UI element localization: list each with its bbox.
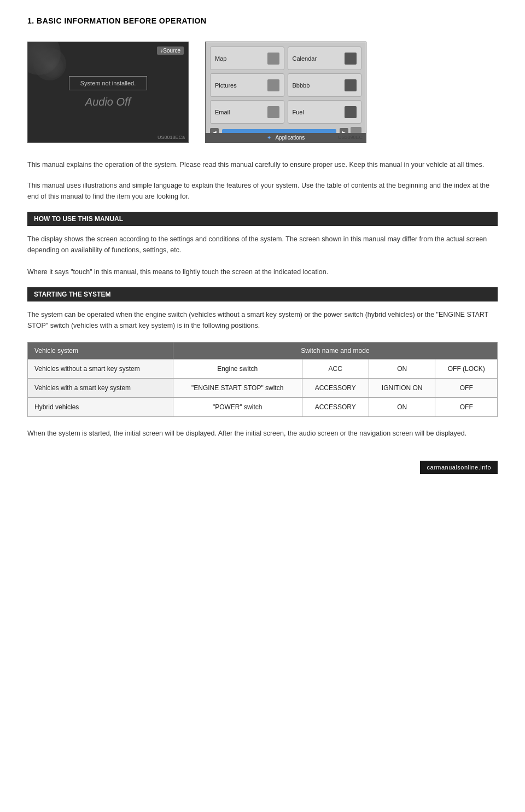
vehicle-table: Vehicle system Switch name and mode Vehi… xyxy=(27,342,498,417)
intro-text-1: This manual explains the operation of th… xyxy=(27,159,498,170)
calendar-icon xyxy=(345,53,357,65)
audio-off-label: Audio Off xyxy=(85,96,131,108)
deco-circle-3 xyxy=(42,56,63,78)
row2-mode1: ACCESSORY xyxy=(302,379,369,398)
left-screen: ♪Source System not installed. Audio Off … xyxy=(27,42,189,143)
table-header-switch: Switch name and mode xyxy=(173,343,497,359)
row3-mode1: ACCESSORY xyxy=(302,398,369,417)
images-row: ♪Source System not installed. Audio Off … xyxy=(27,42,498,143)
row2-mode3: OFF xyxy=(435,379,498,398)
right-screen-wrapper: Map Calendar Pictures Bbbbb xyxy=(205,42,366,143)
footer-site-label: carmanualsonline.info xyxy=(427,464,491,471)
table-header-vehicle: Vehicle system xyxy=(28,343,173,359)
row3-switch: "POWER" switch xyxy=(173,398,302,417)
app-pictures[interactable]: Pictures xyxy=(210,73,284,97)
app-calendar[interactable]: Calendar xyxy=(288,47,362,70)
footer: carmanualsonline.info xyxy=(27,461,498,474)
row3-vehicle: Hybrid vehicles xyxy=(28,398,173,417)
app-grid: Map Calendar Pictures Bbbbb xyxy=(210,47,361,124)
row3-mode2: ON xyxy=(369,398,435,417)
section2-text: The system can be operated when the engi… xyxy=(27,309,498,331)
row1-mode2: ON xyxy=(369,359,435,379)
app-bbbbb-label: Bbbbb xyxy=(293,82,310,89)
app-bbbbb[interactable]: Bbbbb xyxy=(288,73,362,97)
left-screen-code: US0018ECa xyxy=(158,135,185,140)
system-not-installed-label: System not installed. xyxy=(69,76,148,90)
map-icon xyxy=(267,53,279,65)
page-container: 1. BASIC INFORMATION BEFORE OPERATION ♪S… xyxy=(0,0,525,507)
bbbbb-icon xyxy=(345,79,357,91)
app-map[interactable]: Map xyxy=(210,47,284,70)
row2-switch: "ENGINE START STOP" switch xyxy=(173,379,302,398)
row2-vehicle: Vehicles with a smart key system xyxy=(28,379,173,398)
app-email[interactable]: Email xyxy=(210,100,284,124)
section1-bar: HOW TO USE THIS MANUAL xyxy=(27,212,498,226)
app-fuel[interactable]: Fuel xyxy=(288,100,362,124)
carmanuals-badge: carmanualsonline.info xyxy=(420,461,498,474)
app-email-label: Email xyxy=(215,109,230,115)
applications-label: Applications xyxy=(275,135,305,141)
after-table-text: When the system is started, the initial … xyxy=(27,428,498,439)
row1-mode1: ACC xyxy=(302,359,369,379)
right-screen: Map Calendar Pictures Bbbbb xyxy=(205,42,366,143)
source-button[interactable]: ♪Source xyxy=(157,47,184,55)
row1-switch: Engine switch xyxy=(173,359,302,379)
section2-bar: STARTING THE SYSTEM xyxy=(27,287,498,301)
intro-text-2: This manual uses illustrations and simpl… xyxy=(27,180,498,202)
row3-mode3: OFF xyxy=(435,398,498,417)
app-fuel-label: Fuel xyxy=(293,109,304,115)
section2-bar-label: STARTING THE SYSTEM xyxy=(34,291,110,298)
section1-bar-label: HOW TO USE THIS MANUAL xyxy=(34,215,123,223)
fuel-icon xyxy=(345,106,357,118)
table-row-2: Vehicles with a smart key system "ENGINE… xyxy=(28,379,498,398)
page-title: 1. BASIC INFORMATION BEFORE OPERATION xyxy=(27,16,498,25)
section1-text: The display shows the screen according t… xyxy=(27,234,498,277)
bluetooth-icon: ✦ xyxy=(267,135,271,141)
app-map-label: Map xyxy=(215,55,226,62)
pictures-icon xyxy=(267,79,279,91)
row1-vehicle: Vehicles without a smart key system xyxy=(28,359,173,379)
app-pictures-label: Pictures xyxy=(215,82,237,89)
row2-mode2: IGNITION ON xyxy=(369,379,435,398)
table-row-1: Vehicles without a smart key system Engi… xyxy=(28,359,498,379)
app-calendar-label: Calendar xyxy=(293,55,317,62)
table-row-3: Hybrid vehicles "POWER" switch ACCESSORY… xyxy=(28,398,498,417)
email-icon xyxy=(267,106,279,118)
row1-mode3: OFF (LOCK) xyxy=(435,359,498,379)
right-screen-code: US3098EC xyxy=(338,135,363,140)
